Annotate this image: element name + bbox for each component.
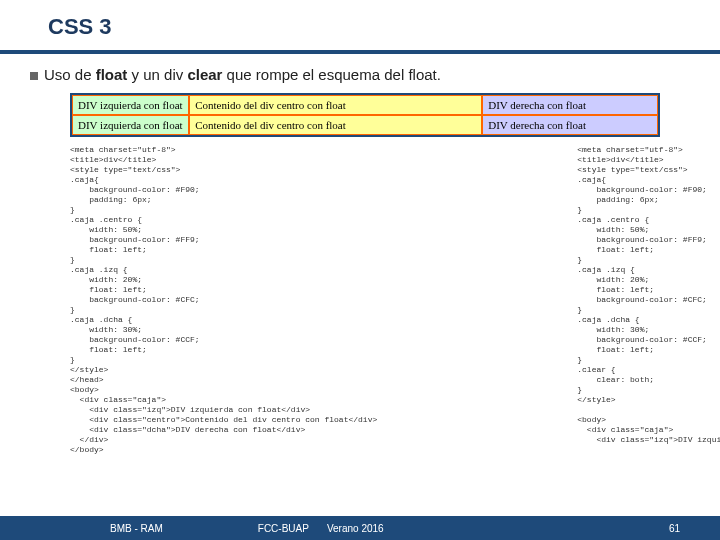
demo-dcha-1: DIV derecha con float [482,95,658,115]
slide-content: Uso de float y un div clear que rompe el… [0,54,720,455]
footer-page-number: 61 [669,523,680,534]
demo-row-1: DIV izquierda con float Contenido del di… [72,95,658,115]
footer-org: FCC-BUAP [258,523,309,534]
bullet-bold-2: clear [187,66,222,83]
bullet-icon [30,72,38,80]
demo-centro-2: Contenido del div centro con float [189,115,482,135]
slide-header: CSS 3 [0,0,720,54]
demo-izq-1: DIV izquierda con float [72,95,189,115]
footer-author: BMB - RAM [110,523,163,534]
bullet-pre: Uso de [44,66,96,83]
demo-dcha-2: DIV derecha con float [482,115,658,135]
bullet-bold-1: float [96,66,128,83]
demo-izq-2: DIV izquierda con float [72,115,189,135]
page-title: CSS 3 [48,14,720,40]
slide-footer: BMB - RAM FCC-BUAP Verano 2016 61 [0,516,720,540]
demo-row-2: DIV izquierda con float Contenido del di… [72,115,658,135]
bullet-post: que rompe el esquema del float. [222,66,440,83]
footer-term: Verano 2016 [327,523,384,534]
code-left: <meta charset="utf-8"> <title>div</title… [70,145,377,455]
demo-centro-1: Contenido del div centro con float [189,95,482,115]
bullet-mid: y un div [127,66,187,83]
code-columns: <meta charset="utf-8"> <title>div</title… [70,145,690,455]
code-right: <meta charset="utf-8"> <title>div</title… [577,145,720,455]
float-demo-box: DIV izquierda con float Contenido del di… [70,93,660,137]
bullet-text: Uso de float y un div clear que rompe el… [30,66,690,83]
